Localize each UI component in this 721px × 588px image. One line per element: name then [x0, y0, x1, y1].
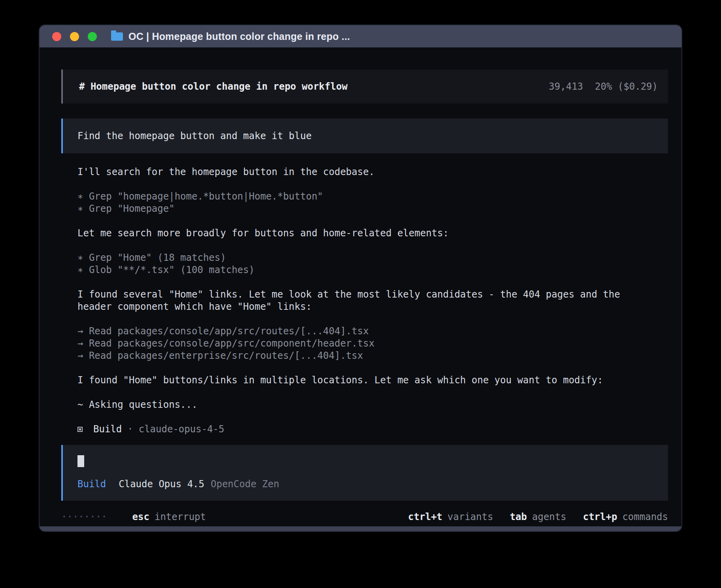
tool-call-group: ∗ Grep "Home" (18 matches) ∗ Glob "**/*.…: [77, 252, 655, 276]
assistant-paragraph: I found "Home" buttons/links in multiple…: [77, 374, 655, 386]
progress-dots-icon: ········: [61, 511, 107, 523]
tool-call-line: ∗ Grep "homepage|home.*button|Home.*butt…: [77, 190, 655, 203]
agent-status-row: Build · claude-opus-4-5: [77, 423, 655, 435]
shortcut-label: variants: [447, 511, 493, 523]
input-meta-row: Build Claude Opus 4.5 OpenCode Zen: [77, 478, 658, 490]
tool-call-line: ∗ Grep "Homepage": [77, 203, 655, 215]
status-bar: ········ esc interrupt ctrl+t variants t…: [61, 511, 668, 523]
tool-call-line: ∗ Grep "Home" (18 matches): [77, 252, 655, 264]
session-header: # Homepage button color change in repo w…: [61, 70, 668, 104]
status-bar-right: ctrl+t variants tab agents ctrl+p comman…: [408, 511, 668, 523]
agent-model: claude-opus-4-5: [139, 423, 225, 435]
tool-call-line: → Read packages/console/app/src/routes/[…: [77, 325, 655, 337]
close-button[interactable]: [52, 32, 61, 41]
esc-key-hint: esc: [132, 511, 149, 523]
window-titlebar[interactable]: OC | Homepage button color change in rep…: [40, 25, 681, 47]
shortcut-key: tab: [510, 511, 527, 523]
agent-name: Build: [93, 423, 122, 435]
tool-call-group: ∗ Grep "homepage|home.*button|Home.*butt…: [77, 190, 655, 215]
minimize-button[interactable]: [70, 32, 79, 41]
tool-call-line: → Read packages/enterprise/src/routes/[.…: [77, 350, 655, 362]
context-cost: 20% ($0.29): [595, 81, 658, 93]
tool-call-group: → Read packages/console/app/src/routes/[…: [77, 325, 655, 362]
shortcut-commands: ctrl+p commands: [583, 511, 668, 523]
terminal-content: # Homepage button color change in repo w…: [40, 47, 681, 526]
terminal-window: OC | Homepage button color change in rep…: [40, 25, 681, 531]
tool-call-line: → Read packages/console/app/src/componen…: [77, 337, 655, 350]
token-count: 39,413: [549, 81, 583, 93]
shortcut-label: agents: [532, 511, 566, 523]
session-title: # Homepage button color change in repo w…: [79, 81, 347, 93]
assistant-paragraph: Let me search more broadly for buttons a…: [77, 227, 655, 239]
shortcut-agents: tab agents: [510, 511, 566, 523]
tool-call-line: ∗ Glob "**/*.tsx" (100 matches): [77, 264, 655, 276]
user-message: Find the homepage button and make it blu…: [61, 119, 668, 153]
prompt-input[interactable]: Build Claude Opus 4.5 OpenCode Zen: [61, 445, 668, 501]
folder-icon: [111, 32, 123, 41]
session-stats: 39,413 20% ($0.29): [549, 81, 658, 93]
input-model-label[interactable]: Claude Opus 4.5: [119, 478, 204, 490]
assistant-transcript: I'll search for the homepage button in t…: [77, 166, 655, 435]
assistant-paragraph: I'll search for the homepage button in t…: [77, 166, 655, 178]
agent-separator: ·: [127, 423, 133, 435]
shortcut-key: ctrl+p: [583, 511, 617, 523]
assistant-paragraph: I found several "Home" links. Let me loo…: [77, 288, 655, 313]
user-message-text: Find the homepage button and make it blu…: [77, 130, 311, 142]
text-cursor: [77, 455, 84, 467]
zoom-button[interactable]: [88, 32, 97, 41]
input-mode-label[interactable]: Build: [77, 478, 106, 490]
shortcut-key: ctrl+t: [408, 511, 442, 523]
agent-icon: [77, 427, 83, 432]
esc-key-label: interrupt: [155, 511, 206, 523]
shortcut-variants: ctrl+t variants: [408, 511, 493, 523]
status-bar-left: ········ esc interrupt: [61, 511, 206, 523]
shortcut-label: commands: [622, 511, 668, 523]
traffic-lights: [52, 32, 97, 41]
assistant-status-line: ~ Asking questions...: [77, 399, 655, 411]
desktop-background: OC | Homepage button color change in rep…: [0, 0, 721, 588]
window-bottom-edge: [40, 526, 681, 531]
window-title: OC | Homepage button color change in rep…: [128, 31, 350, 42]
input-provider-label: OpenCode Zen: [211, 478, 279, 490]
